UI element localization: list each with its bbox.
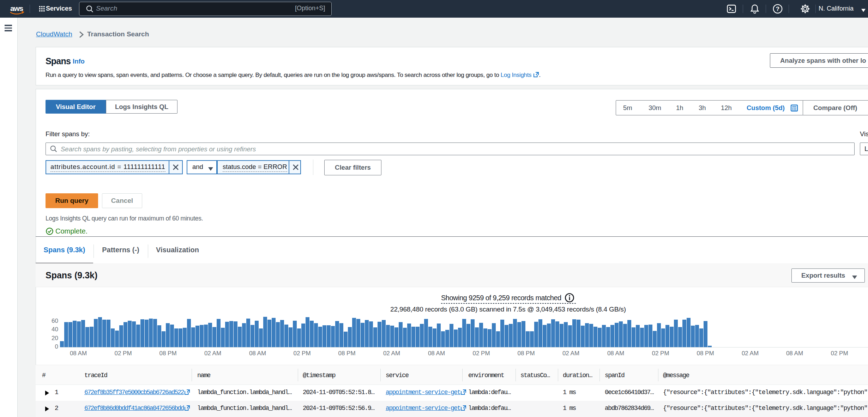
svg-text:aws: aws <box>10 4 23 12</box>
svg-text:?: ? <box>776 6 779 12</box>
